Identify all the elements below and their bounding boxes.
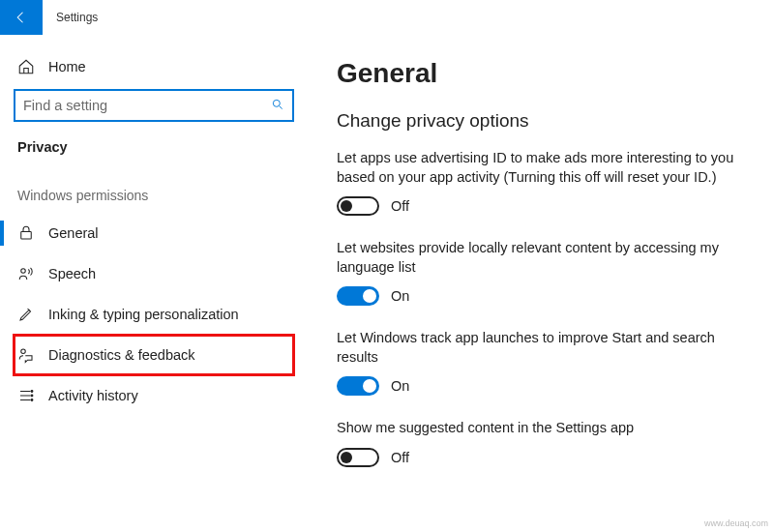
back-button[interactable] [0, 0, 43, 35]
svg-point-4 [31, 391, 33, 393]
svg-point-3 [21, 349, 26, 354]
option-text: Let websites provide locally relevant co… [337, 239, 745, 277]
sidebar-item-speech[interactable]: Speech [14, 253, 294, 294]
sidebar-item-label: Diagnostics & feedback [48, 347, 195, 363]
toggle-state-label: Off [391, 450, 409, 465]
svg-rect-1 [21, 232, 32, 240]
option-suggested-content: Show me suggested content in the Setting… [337, 419, 745, 467]
sidebar-item-general[interactable]: General [14, 213, 294, 253]
speech-icon [17, 265, 35, 282]
option-track-launches: Let Windows track app launches to improv… [337, 329, 745, 396]
home-icon [17, 58, 35, 75]
sidebar-item-label: General [48, 225, 99, 241]
svg-point-6 [31, 399, 33, 401]
svg-point-0 [273, 100, 280, 106]
search-box[interactable] [14, 89, 294, 122]
svg-point-2 [21, 269, 26, 274]
search-input[interactable] [23, 98, 271, 113]
history-icon [17, 387, 35, 404]
sidebar-item-inking[interactable]: Inking & typing personalization [14, 294, 294, 335]
sidebar-item-label: Inking & typing personalization [48, 307, 239, 322]
toggle-state-label: Off [391, 198, 409, 214]
option-text: Let apps use advertising ID to make ads … [337, 149, 745, 187]
home-label: Home [48, 59, 86, 74]
watermark: www.deuaq.com [704, 518, 768, 528]
option-language-list: Let websites provide locally relevant co… [337, 239, 745, 306]
lock-icon [17, 224, 35, 242]
page-subtitle: Change privacy options [337, 110, 745, 132]
toggle-language-list[interactable] [337, 286, 379, 306]
sidebar-item-diagnostics[interactable]: Diagnostics & feedback [14, 335, 294, 375]
option-text: Show me suggested content in the Setting… [337, 419, 745, 438]
sidebar-item-activity[interactable]: Activity history [14, 375, 294, 416]
option-advertising-id: Let apps use advertising ID to make ads … [337, 149, 745, 216]
toggle-state-label: On [391, 288, 409, 304]
toggle-advertising-id[interactable] [337, 196, 379, 216]
toggle-suggested-content[interactable] [337, 448, 379, 467]
pen-icon [17, 306, 35, 323]
option-text: Let Windows track app launches to improv… [337, 329, 745, 367]
section-header: Privacy [14, 139, 294, 155]
arrow-left-icon [13, 9, 30, 26]
toggle-track-launches[interactable] [337, 376, 379, 396]
sidebar-item-label: Speech [48, 266, 96, 281]
title-bar: Settings [0, 0, 774, 35]
sidebar-item-label: Activity history [48, 388, 138, 403]
home-button[interactable]: Home [14, 52, 294, 89]
search-icon [271, 98, 284, 114]
toggle-state-label: On [391, 378, 409, 394]
group-header: Windows permissions [17, 188, 294, 203]
svg-point-5 [31, 395, 33, 397]
feedback-icon [17, 346, 35, 364]
sidebar: Home Privacy Windows permissions General… [0, 35, 308, 532]
app-title: Settings [56, 11, 98, 24]
content-pane: General Change privacy options Let apps … [308, 35, 774, 532]
page-title: General [337, 58, 745, 89]
